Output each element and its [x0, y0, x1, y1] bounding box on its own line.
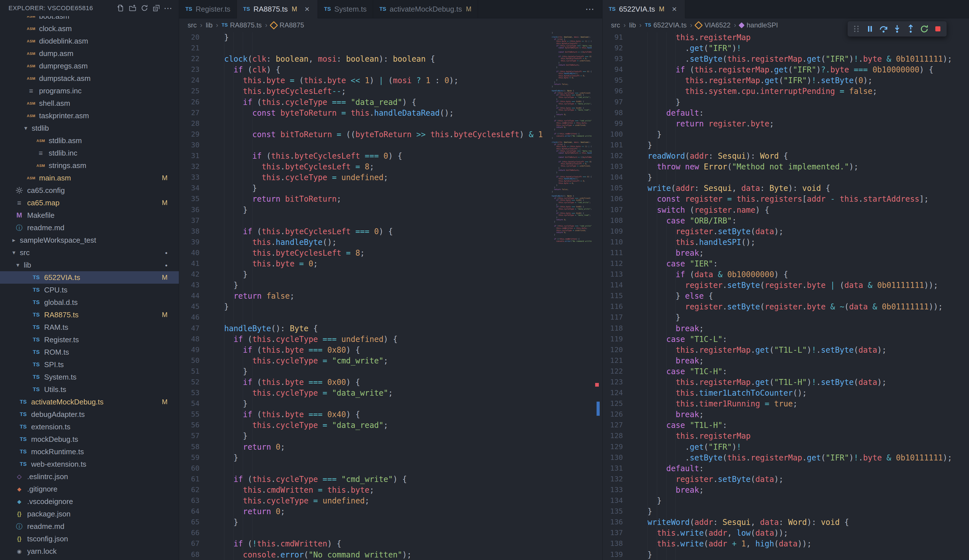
line-number[interactable]: 37	[179, 215, 200, 226]
line-number[interactable]: 54	[179, 398, 200, 409]
line-number[interactable]: 138	[603, 538, 623, 549]
line-number[interactable]: 31	[179, 150, 200, 161]
code-line[interactable]: 124 this.timer1LatchToCounter();	[603, 387, 969, 398]
folder-item-lib[interactable]: ▾lib●	[0, 259, 179, 271]
line-number[interactable]: 101	[603, 140, 623, 150]
code-line[interactable]: 66	[179, 527, 549, 538]
line-number[interactable]: 41	[179, 258, 200, 269]
file-item-System.ts[interactable]: TSSystem.ts	[0, 371, 179, 383]
line-number[interactable]: 110	[603, 237, 623, 248]
file-item-Utils.ts[interactable]: TSUtils.ts	[0, 383, 179, 395]
line-number[interactable]: 126	[603, 409, 623, 420]
line-number[interactable]: 29	[179, 129, 200, 140]
file-item-web-extension.ts[interactable]: TSweb-extension.ts	[0, 458, 179, 470]
code-line[interactable]: 21	[179, 43, 549, 53]
code-line[interactable]: 122 case "T1C-H":	[603, 366, 969, 377]
line-number[interactable]: 123	[603, 377, 623, 387]
file-item-dumpstack.asm[interactable]: ASMdumpstack.asm	[0, 72, 179, 85]
file-item-tsconfig.json[interactable]: {}tsconfig.json	[0, 533, 179, 545]
line-number[interactable]: 97	[603, 97, 623, 108]
code-line[interactable]: 134 }	[603, 495, 969, 506]
more-actions-icon[interactable]: ⋯	[585, 0, 594, 18]
code-line[interactable]: 23 if (clk) {	[179, 64, 549, 75]
code-line[interactable]: 94 if (this.registerMap.get("IFR")?.byte…	[603, 64, 969, 75]
line-number[interactable]: 56	[179, 420, 200, 430]
breadcrumb-item-RA8875[interactable]: RA8875	[271, 21, 304, 29]
line-number[interactable]: 34	[179, 183, 200, 193]
code-line[interactable]: 104 }	[603, 172, 969, 183]
code-line[interactable]: 100 }	[603, 129, 969, 140]
code-line[interactable]: 136 writeWord(addr: Sesqui, data: Word):…	[603, 517, 969, 527]
code-line[interactable]: 52 if (this.byte === 0x00) {	[179, 377, 549, 387]
folder-item-sampleWorkspace_test[interactable]: ▸sampleWorkspace_test	[0, 234, 179, 246]
code-line[interactable]: 22 clock(clk: boolean, mosi: boolean): b…	[179, 53, 549, 64]
minimap[interactable]: } clock(clk: boolean, mosi: boolean): bo…	[549, 32, 592, 560]
step-over-button[interactable]	[877, 22, 890, 35]
code-line[interactable]: 107 switch (register.name) {	[603, 204, 969, 215]
code-line[interactable]: 45 }	[179, 301, 549, 312]
line-number[interactable]: 20	[179, 32, 200, 43]
breadcrumb-item-handleSPI[interactable]: handleSPI	[739, 21, 778, 29]
line-number[interactable]: 100	[603, 129, 623, 140]
middle-code-area[interactable]: 20 }2122 clock(clk: boolean, mosi: boole…	[179, 32, 549, 560]
file-item-mockDebug.ts[interactable]: TSmockDebug.ts	[0, 433, 179, 445]
code-line[interactable]: 26 if (this.cycleType === "data_read") {	[179, 97, 549, 108]
line-number[interactable]: 95	[603, 75, 623, 86]
code-line[interactable]: 54 }	[179, 398, 549, 409]
code-line[interactable]: 65 }	[179, 517, 549, 527]
code-line[interactable]: 56 this.cycleType = "data_read";	[179, 420, 549, 430]
code-line[interactable]: 37	[179, 215, 549, 226]
line-number[interactable]: 36	[179, 204, 200, 215]
close-icon[interactable]: ×	[670, 4, 679, 14]
code-line[interactable]: 60	[179, 463, 549, 474]
code-line[interactable]: 111 break;	[603, 248, 969, 258]
code-line[interactable]: 115 } else {	[603, 291, 969, 301]
line-number[interactable]: 42	[179, 269, 200, 280]
code-line[interactable]: 25 this.byteCyclesLeft--;	[179, 86, 549, 96]
tab-Register.ts[interactable]: TSRegister.ts	[179, 0, 237, 18]
code-line[interactable]: 120 this.registerMap.get("T1L-L")!.setBy…	[603, 344, 969, 355]
line-number[interactable]: 93	[603, 53, 623, 64]
code-line[interactable]: 68 console.error("No command written");	[179, 549, 549, 560]
line-number[interactable]: 23	[179, 64, 200, 75]
line-number[interactable]: 108	[603, 215, 623, 226]
line-number[interactable]: 25	[179, 86, 200, 96]
line-number[interactable]: 94	[603, 64, 623, 75]
line-number[interactable]: 98	[603, 108, 623, 118]
breadcrumb-item-6522VIA.ts[interactable]: TS6522VIA.ts	[645, 21, 686, 29]
file-item-extension.ts[interactable]: TSextension.ts	[0, 420, 179, 433]
line-number[interactable]: 65	[179, 517, 200, 527]
code-line[interactable]: 103 throw new Error("Method not implemen…	[603, 161, 969, 172]
line-number[interactable]: 109	[603, 226, 623, 237]
tab-System.ts[interactable]: TSSystem.ts	[318, 0, 373, 18]
line-number[interactable]: 35	[179, 193, 200, 204]
code-line[interactable]: 116 register.setByte(register.byte & ~(d…	[603, 301, 969, 312]
line-number[interactable]: 135	[603, 506, 623, 517]
breadcrumb-item-src[interactable]: src	[611, 21, 620, 29]
line-number[interactable]: 47	[179, 323, 200, 334]
line-number[interactable]: 104	[603, 172, 623, 183]
collapse-all-icon[interactable]	[151, 3, 162, 13]
code-line[interactable]: 128 this.registerMap	[603, 430, 969, 441]
line-number[interactable]: 113	[603, 269, 623, 280]
line-number[interactable]: 59	[179, 452, 200, 463]
restart-button[interactable]	[918, 22, 931, 35]
code-line[interactable]: 105 write(addr: Sesqui, data: Byte): voi…	[603, 183, 969, 193]
code-line[interactable]: 24 this.byte = (this.byte << 1) | (mosi …	[179, 75, 549, 86]
code-line[interactable]: 139 }	[603, 549, 969, 560]
code-line[interactable]: 29 const bitToReturn = ((byteToReturn >>…	[179, 129, 549, 140]
code-line[interactable]: 125 this.timer1Running = true;	[603, 398, 969, 409]
line-number[interactable]: 107	[603, 204, 623, 215]
code-line[interactable]: 31 if (this.byteCyclesLeft === 0) {	[179, 150, 549, 161]
code-line[interactable]: 59 }	[179, 452, 549, 463]
close-icon[interactable]: ×	[303, 4, 311, 14]
file-item-Makefile[interactable]: MMakefile	[0, 209, 179, 221]
code-line[interactable]: 126 break;	[603, 409, 969, 420]
pause-button[interactable]	[863, 22, 876, 35]
file-item-global.d.ts[interactable]: TSglobal.d.ts	[0, 296, 179, 309]
line-number[interactable]: 114	[603, 280, 623, 291]
file-item-mockRuntime.ts[interactable]: TSmockRuntime.ts	[0, 445, 179, 458]
line-number[interactable]: 51	[179, 366, 200, 377]
line-number[interactable]: 55	[179, 409, 200, 420]
line-number[interactable]: 122	[603, 366, 623, 377]
